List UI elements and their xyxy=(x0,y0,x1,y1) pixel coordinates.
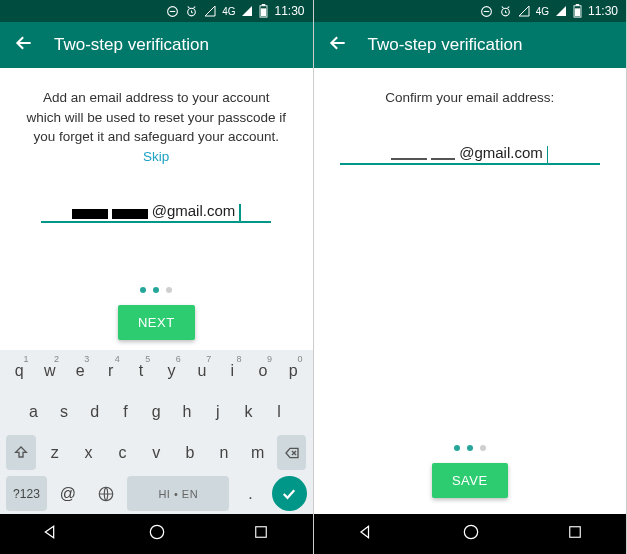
key-q[interactable]: 1q xyxy=(6,353,32,388)
space-key[interactable]: HI • EN xyxy=(127,476,229,511)
status-bar: 4G 11:30 xyxy=(314,0,627,22)
app-bar: Two-step verification xyxy=(0,22,313,68)
key-y[interactable]: 6y xyxy=(158,353,184,388)
email-suffix: @gmail.com xyxy=(152,202,236,219)
key-v[interactable]: v xyxy=(141,435,171,470)
key-c[interactable]: c xyxy=(107,435,137,470)
alarm-icon xyxy=(499,5,512,18)
phone-left: 4G 11:30 Two-step verification Add an em… xyxy=(0,0,314,554)
key-f[interactable]: f xyxy=(112,394,139,429)
key-u[interactable]: 7u xyxy=(189,353,215,388)
key-h[interactable]: h xyxy=(174,394,201,429)
kb-row-1: 1q2w3e4r5t6y7u8i9o0p xyxy=(0,350,313,391)
key-k[interactable]: k xyxy=(235,394,262,429)
alarm-icon xyxy=(185,5,198,18)
nav-back-icon[interactable] xyxy=(356,522,376,546)
cell-icon xyxy=(241,5,253,17)
email-input[interactable]: @gmail.com xyxy=(41,202,271,223)
redacted-text xyxy=(112,209,148,219)
network-label: 4G xyxy=(536,6,549,17)
instruction-text: Confirm your email address: xyxy=(385,88,554,108)
nav-home-icon[interactable] xyxy=(461,522,481,546)
signal-icon xyxy=(518,5,530,17)
shift-key[interactable] xyxy=(6,435,36,470)
content-right: Confirm your email address: @gmail.com S… xyxy=(314,68,627,514)
battery-icon xyxy=(573,4,582,18)
svg-rect-4 xyxy=(261,8,266,16)
svg-rect-14 xyxy=(569,527,580,538)
next-button[interactable]: NEXT xyxy=(118,305,195,340)
svg-point-13 xyxy=(464,525,477,538)
dot-key[interactable]: . xyxy=(233,476,267,511)
key-s[interactable]: s xyxy=(51,394,78,429)
page-title: Two-step verification xyxy=(54,35,209,55)
key-g[interactable]: g xyxy=(143,394,170,429)
backspace-key[interactable] xyxy=(277,435,307,470)
key-x[interactable]: x xyxy=(74,435,104,470)
svg-rect-7 xyxy=(256,527,267,538)
globe-key[interactable] xyxy=(89,476,123,511)
svg-rect-11 xyxy=(576,4,580,6)
email-input[interactable]: @gmail.com xyxy=(340,144,600,165)
key-p[interactable]: 0p xyxy=(280,353,306,388)
nav-back-icon[interactable] xyxy=(42,522,62,546)
svg-point-6 xyxy=(151,525,164,538)
key-a[interactable]: a xyxy=(20,394,47,429)
key-n[interactable]: n xyxy=(209,435,239,470)
skip-link[interactable]: Skip xyxy=(143,149,169,164)
battery-icon xyxy=(259,4,268,18)
key-j[interactable]: j xyxy=(204,394,231,429)
save-button[interactable]: SAVE xyxy=(432,463,508,498)
key-d[interactable]: d xyxy=(81,394,108,429)
nav-recent-icon[interactable] xyxy=(566,523,584,545)
nav-bar xyxy=(314,514,627,554)
key-b[interactable]: b xyxy=(175,435,205,470)
svg-rect-3 xyxy=(262,4,266,6)
network-label: 4G xyxy=(222,6,235,17)
nav-home-icon[interactable] xyxy=(147,522,167,546)
key-i[interactable]: 8i xyxy=(219,353,245,388)
kb-row-2: asdfghjkl xyxy=(0,391,313,432)
key-m[interactable]: m xyxy=(243,435,273,470)
svg-rect-12 xyxy=(575,8,580,16)
page-title: Two-step verification xyxy=(368,35,523,55)
dnd-icon xyxy=(166,5,179,18)
back-icon[interactable] xyxy=(328,33,348,57)
signal-icon xyxy=(204,5,216,17)
symbols-key[interactable]: ?123 xyxy=(6,476,47,511)
phone-right: 4G 11:30 Two-step verification Confirm y… xyxy=(314,0,628,554)
page-indicator xyxy=(140,287,172,293)
text-cursor xyxy=(239,204,241,222)
redacted-text xyxy=(72,209,108,219)
key-e[interactable]: 3e xyxy=(67,353,93,388)
page-indicator xyxy=(454,445,486,451)
content-left: Add an email address to your account whi… xyxy=(0,68,313,350)
instruction-text: Add an email address to your account whi… xyxy=(26,88,287,166)
key-l[interactable]: l xyxy=(266,394,293,429)
keyboard: 1q2w3e4r5t6y7u8i9o0p asdfghjkl zxcvbnm ?… xyxy=(0,350,313,514)
redacted-text xyxy=(431,158,455,160)
cell-icon xyxy=(555,5,567,17)
at-key[interactable]: @ xyxy=(51,476,85,511)
key-t[interactable]: 5t xyxy=(128,353,154,388)
key-w[interactable]: 2w xyxy=(36,353,62,388)
nav-recent-icon[interactable] xyxy=(252,523,270,545)
status-bar: 4G 11:30 xyxy=(0,0,313,22)
clock: 11:30 xyxy=(274,4,304,18)
email-suffix: @gmail.com xyxy=(459,144,543,161)
nav-bar xyxy=(0,514,313,554)
dnd-icon xyxy=(480,5,493,18)
back-icon[interactable] xyxy=(14,33,34,57)
clock: 11:30 xyxy=(588,4,618,18)
key-o[interactable]: 9o xyxy=(250,353,276,388)
app-bar: Two-step verification xyxy=(314,22,627,68)
redacted-text xyxy=(391,158,427,160)
kb-row-3: zxcvbnm xyxy=(0,432,313,473)
key-z[interactable]: z xyxy=(40,435,70,470)
key-r[interactable]: 4r xyxy=(97,353,123,388)
enter-key[interactable] xyxy=(272,476,307,511)
text-cursor xyxy=(547,146,549,164)
kb-row-4: ?123 @ HI • EN . xyxy=(0,473,313,514)
